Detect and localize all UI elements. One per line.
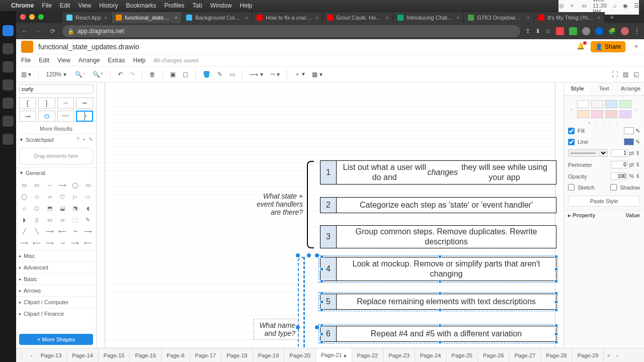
appmenu-extras[interactable]: Extras [108, 57, 125, 64]
shape-brace-big[interactable]: ⎬ [76, 111, 93, 122]
step-5[interactable]: 5Replace remaining elements with text de… [320, 294, 556, 310]
new-tab-button[interactable]: + [605, 13, 619, 21]
delete-button[interactable]: 🗑 [149, 71, 155, 78]
step-6[interactable]: 6Repeat #4 and #5 with a different varia… [320, 326, 556, 342]
close-icon[interactable]: × [597, 15, 600, 21]
shape-search-input[interactable] [19, 84, 94, 94]
page-tab[interactable]: Page-8 [162, 348, 190, 362]
style-swatch[interactable] [591, 110, 603, 118]
menubar-history[interactable]: History [99, 2, 118, 9]
shape-33[interactable]: ⤻ [57, 238, 68, 248]
profile-avatar[interactable] [621, 27, 629, 35]
shape-24[interactable]: ╱ [19, 226, 30, 236]
category-misc[interactable]: ▸Misc [16, 250, 96, 261]
line-width-input[interactable] [611, 149, 628, 157]
redo-button[interactable]: ↷ [130, 71, 135, 78]
dock-app-4[interactable] [3, 79, 14, 90]
style-swatch[interactable] [619, 110, 631, 118]
page-tab[interactable]: Page-19 [253, 348, 285, 362]
shape-6[interactable]: ◯ [19, 192, 30, 202]
shape-4[interactable]: ◯ [69, 180, 80, 190]
swatch-next[interactable]: › [634, 106, 640, 112]
shape-31[interactable]: ⟵ [31, 238, 42, 248]
page-tab[interactable]: Page-16 [130, 348, 162, 362]
category-arrows[interactable]: ▸Arrows [16, 285, 96, 296]
browser-tab[interactable]: React App× [62, 12, 112, 23]
insert-tool[interactable]: ＋ ▾ [294, 70, 305, 78]
shape-3[interactable]: ⟶ [57, 180, 68, 190]
shape-34[interactable]: ⟶ [69, 238, 80, 248]
page-tab[interactable]: Page-18 [221, 348, 253, 362]
menubar-window[interactable]: Window [210, 2, 232, 9]
shape-19[interactable]: ▯ [31, 215, 42, 225]
label-state-handlers[interactable]: What state + event handlers are there? [248, 192, 303, 216]
page-tab[interactable]: Page-24 [415, 348, 447, 362]
browser-tab[interactable]: functional_state_updates× [112, 12, 182, 23]
scratchpad-add-icon[interactable]: + [83, 136, 86, 143]
page-tab[interactable]: Page-14 [67, 348, 99, 362]
page-tab[interactable]: Page-26 [478, 348, 510, 362]
to-back[interactable]: ▢ [183, 71, 188, 78]
shape-dash2[interactable]: ┅ [76, 98, 93, 109]
shape-conn2[interactable]: ⊙ [38, 111, 55, 122]
connection-tool[interactable]: ⟶ ▾ [250, 71, 263, 78]
scratchpad-edit-icon[interactable]: ✎ [89, 136, 93, 143]
sidebar-toggle[interactable]: ▥ ▾ [21, 71, 31, 78]
reload-button[interactable]: ⟳ [48, 28, 57, 35]
shape-26[interactable]: ⟶ [44, 226, 55, 236]
close-icon[interactable]: × [245, 15, 248, 21]
brace-top[interactable] [307, 161, 314, 248]
page-menu[interactable]: ⋮ [16, 352, 28, 358]
shape-dash1[interactable]: ┄ [57, 98, 74, 109]
browser-tab[interactable]: Background Color - Tailw× [182, 12, 253, 23]
appmenu-arrange[interactable]: Arrange [78, 57, 100, 64]
dock-app-1[interactable] [3, 25, 14, 36]
shape-12[interactable]: ⌂ [19, 203, 30, 213]
page-tab[interactable]: Page-21 ▴ [316, 348, 352, 362]
style-swatch[interactable] [605, 110, 617, 118]
scratchpad-help-icon[interactable]: ? [76, 136, 79, 143]
opacity-input[interactable] [610, 172, 627, 180]
shape-11[interactable]: ⬭ [83, 192, 94, 202]
close-icon[interactable]: × [527, 15, 530, 21]
shape-30[interactable]: ⟶ [19, 238, 30, 248]
appmenu-edit[interactable]: Edit [39, 57, 49, 64]
fullscreen-icon[interactable]: ⛶ [612, 71, 618, 78]
line-style-select[interactable]: ─────── [568, 149, 608, 157]
page-prev[interactable]: ‹ [28, 352, 36, 358]
browser-tab[interactable]: Grout Caulk. How to silic× [323, 12, 393, 23]
menubar-edit[interactable]: Edit [60, 2, 70, 9]
browser-tab[interactable]: Introducing ChatGPT× [393, 12, 464, 23]
menubar-profiles[interactable]: Profiles [165, 2, 185, 9]
shape-8[interactable]: ▱ [44, 192, 55, 202]
dock-app-3[interactable] [3, 61, 14, 72]
shape-15[interactable]: ⬓ [57, 203, 68, 213]
line-edit-icon[interactable]: ✎ [635, 139, 640, 145]
dock-app-7[interactable] [3, 134, 14, 145]
category-advanced[interactable]: ▸Advanced [16, 261, 96, 273]
menu-icon[interactable]: ☰ [634, 3, 639, 9]
line-color[interactable]: ✎ [217, 71, 222, 78]
search-icon[interactable]: ⌕ [613, 3, 617, 9]
step-3[interactable]: 3Group common steps. Remove duplicates. … [320, 225, 556, 248]
dock-app-5[interactable] [3, 98, 14, 109]
shape-16[interactable]: ⬔ [69, 203, 80, 213]
format-tab-text[interactable]: Text [591, 82, 617, 96]
page-tab[interactable]: Page-22 [352, 348, 384, 362]
undo-button[interactable]: ↶ [118, 71, 123, 78]
kebab-icon[interactable]: ⋮ [634, 28, 640, 35]
fill-edit-icon[interactable]: ✎ [635, 128, 640, 134]
page-tab[interactable]: Page-15 [99, 348, 130, 362]
menubar-bookmarks[interactable]: Bookmarks [126, 2, 156, 9]
shape-17[interactable]: ◖ [83, 203, 94, 213]
style-swatch[interactable] [577, 100, 589, 108]
page-tab[interactable]: Page-23 [383, 348, 415, 362]
dock-app-6[interactable] [3, 116, 14, 127]
app-logo[interactable] [21, 41, 33, 53]
ext-4[interactable] [595, 27, 603, 35]
shape-7[interactable]: ◇ [31, 192, 42, 202]
general-header[interactable]: ▼General [16, 167, 96, 178]
style-swatch[interactable] [591, 100, 603, 108]
page-tab[interactable]: Page-17 [190, 348, 222, 362]
close-icon[interactable]: × [386, 15, 389, 21]
